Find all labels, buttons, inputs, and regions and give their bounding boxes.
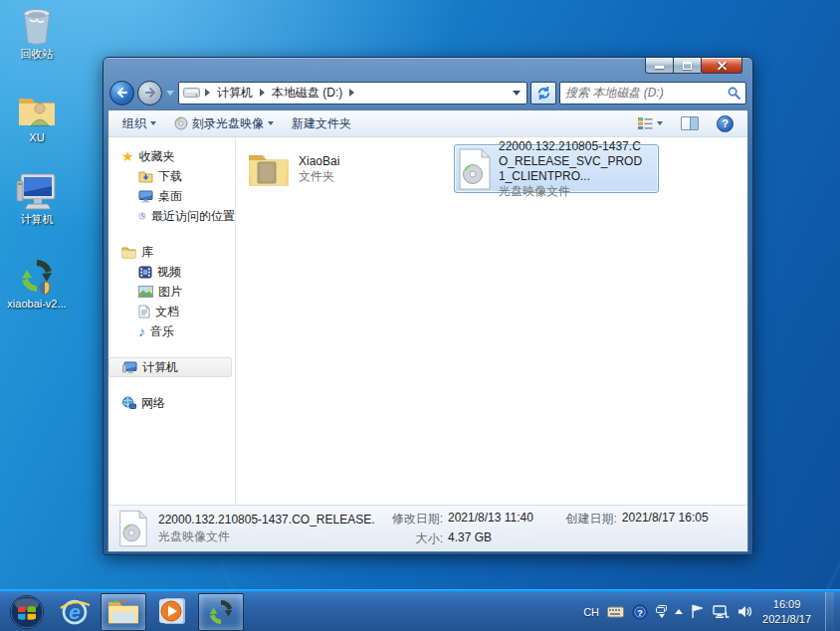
volume-icon[interactable] [737, 605, 752, 618]
documents-icon [138, 305, 150, 318]
sidebar-item-documents[interactable]: 文档 [108, 302, 235, 321]
taskbar-item-internet-explorer[interactable]: e [52, 593, 98, 631]
command-toolbar: 组织 刻录光盘映像 新建文件夹 [108, 110, 747, 137]
star-icon: ★ [121, 149, 134, 163]
breadcrumb-item-computer[interactable]: 计算机 [215, 84, 255, 103]
views-icon [638, 116, 653, 130]
help-button[interactable]: ? [711, 112, 739, 135]
close-button[interactable] [701, 58, 742, 74]
show-desktop-button[interactable] [825, 592, 834, 631]
sidebar-item-label: 库 [141, 244, 153, 261]
keyboard-icon[interactable] [607, 606, 624, 618]
burn-disc-image-button[interactable]: 刻录光盘映像 [168, 112, 280, 135]
title-bar[interactable] [107, 58, 748, 79]
details-file-name: 22000.132.210805-1437.CO_RELEASE... [158, 513, 375, 526]
search-input[interactable] [565, 86, 728, 100]
recent-pages-chevron-icon[interactable] [166, 91, 174, 96]
network-status-icon[interactable] [713, 605, 730, 619]
sidebar-item-label: 桌面 [158, 188, 182, 205]
recycle-bin-icon [18, 6, 56, 46]
search-icon[interactable] [728, 87, 740, 100]
breadcrumb-separator-icon[interactable] [205, 89, 210, 97]
file-name: 22000.132.210805-1437.CO_RELEASE_SVC_PRO… [499, 139, 648, 184]
sidebar-gap [108, 341, 235, 357]
sidebar-item-music[interactable]: ♪ 音乐 [108, 321, 235, 341]
sidebar-item-label: 视频 [157, 264, 181, 281]
sidebar-item-desktop[interactable]: 桌面 [108, 186, 235, 206]
recent-places-icon [138, 209, 146, 223]
details-column-created: 创建日期: 2021/8/17 16:05 [559, 511, 709, 547]
minimize-icon [655, 66, 664, 69]
maximize-button[interactable] [674, 58, 701, 74]
sidebar-item-network[interactable]: 网络 [108, 393, 235, 413]
details-metadata: 修改日期: 2021/8/13 11:40 大小: 4.37 GB 创建日期: … [385, 511, 709, 547]
desktop-icon-recycle-bin[interactable]: 回收站 [4, 4, 70, 61]
disc-image-file-icon [118, 510, 148, 547]
xiaobai-app-icon [17, 256, 57, 296]
organize-button[interactable]: 组织 [116, 112, 162, 135]
file-tile-iso-selected[interactable]: 22000.132.210805-1437.CO_RELEASE_SVC_PRO… [454, 144, 659, 193]
refresh-button[interactable] [530, 82, 556, 105]
computer-small-icon [122, 361, 137, 374]
disc-icon [174, 116, 188, 130]
chevron-down-icon [268, 121, 274, 125]
svg-text:?: ? [637, 607, 643, 617]
show-preview-pane-button[interactable] [675, 113, 705, 133]
sidebar-item-label: 音乐 [150, 323, 174, 340]
disc-image-file-icon [458, 148, 492, 190]
sidebar-item-pictures[interactable]: 图片 [108, 282, 235, 302]
sidebar-item-label: 最近访问的位置 [151, 208, 235, 225]
desktop-icon-label: XU [4, 131, 70, 144]
breadcrumb-item-local-disk-d[interactable]: 本地磁盘 (D:) [270, 84, 344, 103]
breadcrumb-separator-icon[interactable] [349, 89, 354, 97]
preview-pane-icon [681, 116, 699, 130]
sidebar-item-videos[interactable]: 视频 [108, 262, 235, 282]
desktop-icon-xu-user-folder[interactable]: XU [4, 88, 70, 144]
sidebar-item-favorites[interactable]: ★ 收藏夹 [108, 146, 235, 166]
window-body: ★ 收藏夹 下载 [108, 137, 747, 505]
system-tray: CH ? [583, 592, 838, 631]
taskbar-item-xiaobai[interactable] [198, 593, 244, 631]
caption-buttons [645, 58, 742, 74]
media-player-icon [156, 596, 188, 628]
taskbar-clock[interactable]: 16:09 2021/8/17 [762, 597, 811, 627]
device-menu[interactable] [656, 605, 667, 618]
explorer-window: 计算机 本地磁盘 (D:) [103, 57, 753, 555]
sidebar-item-downloads[interactable]: 下载 [108, 166, 235, 186]
change-view-button[interactable] [632, 113, 669, 133]
help-tray-icon[interactable]: ? [632, 604, 648, 620]
start-button[interactable] [2, 592, 52, 631]
taskbar-item-windows-explorer[interactable] [101, 593, 146, 631]
forward-button[interactable] [137, 81, 162, 105]
sidebar-item-label: 网络 [141, 395, 165, 412]
address-dropdown-icon[interactable] [513, 91, 521, 96]
sidebar-item-recent-places[interactable]: 最近访问的位置 [108, 206, 235, 226]
desktop-icon-xiaobai-app[interactable]: xiaobai-v2... [4, 254, 70, 311]
pictures-icon [138, 286, 153, 298]
language-indicator[interactable]: CH [583, 606, 599, 618]
address-bar[interactable]: 计算机 本地磁盘 (D:) [178, 82, 527, 105]
new-folder-button[interactable]: 新建文件夹 [286, 112, 357, 135]
taskbar-item-media-player[interactable] [149, 593, 195, 631]
maximize-icon [683, 62, 692, 70]
desktop-icon-computer[interactable]: 计算机 [4, 169, 70, 226]
desktop-icon-label: 回收站 [4, 48, 70, 61]
desktop-icon-label: xiaobai-v2... [4, 298, 70, 311]
back-button[interactable] [109, 81, 134, 105]
details-column-modified-size: 修改日期: 2021/8/13 11:40 大小: 4.37 GB [385, 511, 533, 547]
show-hidden-icons-chevron-icon[interactable] [675, 609, 683, 614]
sidebar-item-label: 文档 [155, 304, 179, 320]
clock-time: 16:09 [762, 597, 811, 612]
sidebar-item-libraries[interactable]: 库 [108, 242, 235, 262]
action-center-flag-icon[interactable] [691, 604, 705, 619]
folder-icon [246, 149, 292, 189]
file-name: XiaoBai [299, 154, 339, 169]
organize-label: 组织 [122, 115, 146, 132]
breadcrumb-separator-icon[interactable] [260, 89, 265, 97]
sidebar-item-computer[interactable]: 计算机 [108, 357, 232, 377]
drive-icon [183, 87, 200, 99]
size-value: 4.37 GB [448, 530, 533, 547]
file-tile-xiaobai-folder[interactable]: XiaoBai 文件夹 [242, 144, 447, 193]
file-list: XiaoBai 文件夹 22000.132. [236, 137, 747, 505]
minimize-button[interactable] [645, 58, 674, 74]
